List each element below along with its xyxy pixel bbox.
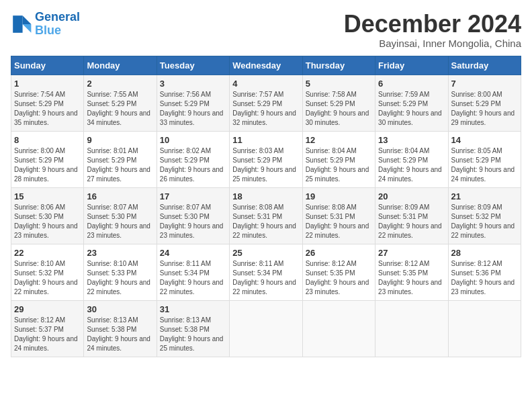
calendar-cell: 18Sunrise: 8:08 AMSunset: 5:31 PMDayligh… [230,187,302,244]
calendar-cell [302,300,375,357]
calendar-cell: 9Sunrise: 8:01 AMSunset: 5:29 PMDaylight… [84,131,157,187]
calendar-cell: 11Sunrise: 8:03 AMSunset: 5:29 PMDayligh… [230,131,302,187]
calendar-cell: 2Sunrise: 7:55 AMSunset: 5:29 PMDaylight… [84,75,157,131]
col-wednesday: Wednesday [230,56,302,75]
calendar-cell: 13Sunrise: 8:04 AMSunset: 5:29 PMDayligh… [375,131,448,187]
col-monday: Monday [84,56,157,75]
calendar-cell [230,300,302,357]
calendar-cell: 10Sunrise: 8:02 AMSunset: 5:29 PMDayligh… [157,131,229,187]
calendar-cell: 20Sunrise: 8:09 AMSunset: 5:31 PMDayligh… [375,187,448,244]
page-header: General Blue December 2024 Bayinsai, Inn… [11,11,521,49]
calendar-cell: 12Sunrise: 8:04 AMSunset: 5:29 PMDayligh… [302,131,375,187]
calendar-cell: 19Sunrise: 8:08 AMSunset: 5:31 PMDayligh… [302,187,375,244]
calendar-cell: 17Sunrise: 8:07 AMSunset: 5:30 PMDayligh… [157,187,229,244]
calendar-row: 22Sunrise: 8:10 AMSunset: 5:32 PMDayligh… [11,244,521,300]
calendar-cell: 30Sunrise: 8:13 AMSunset: 5:38 PMDayligh… [84,300,157,357]
calendar-cell: 15Sunrise: 8:06 AMSunset: 5:30 PMDayligh… [11,187,84,244]
calendar-cell: 26Sunrise: 8:12 AMSunset: 5:35 PMDayligh… [302,244,375,300]
calendar-cell: 27Sunrise: 8:12 AMSunset: 5:35 PMDayligh… [375,244,448,300]
calendar-cell: 8Sunrise: 8:00 AMSunset: 5:29 PMDaylight… [11,131,84,187]
col-sunday: Sunday [11,56,84,75]
title-block: December 2024 Bayinsai, Inner Mongolia, … [344,11,521,49]
calendar-row: 29Sunrise: 8:12 AMSunset: 5:37 PMDayligh… [11,300,521,357]
calendar-cell [448,300,521,357]
col-tuesday: Tuesday [157,56,229,75]
month-title: December 2024 [344,11,521,38]
calendar-cell: 25Sunrise: 8:11 AMSunset: 5:34 PMDayligh… [230,244,302,300]
calendar-cell: 22Sunrise: 8:10 AMSunset: 5:32 PMDayligh… [11,244,84,300]
calendar-cell: 23Sunrise: 8:10 AMSunset: 5:33 PMDayligh… [84,244,157,300]
calendar-cell: 5Sunrise: 7:58 AMSunset: 5:29 PMDaylight… [302,75,375,131]
svg-rect-2 [13,15,22,33]
calendar-cell: 24Sunrise: 8:11 AMSunset: 5:34 PMDayligh… [157,244,229,300]
col-saturday: Saturday [448,56,521,75]
calendar-header-row: Sunday Monday Tuesday Wednesday Thursday… [11,56,521,75]
calendar-row: 8Sunrise: 8:00 AMSunset: 5:29 PMDaylight… [11,131,521,187]
svg-marker-1 [23,24,32,33]
svg-marker-0 [23,15,32,24]
calendar-cell: 28Sunrise: 8:12 AMSunset: 5:36 PMDayligh… [448,244,521,300]
calendar-row: 15Sunrise: 8:06 AMSunset: 5:30 PMDayligh… [11,187,521,244]
logo-icon [11,13,32,35]
calendar-row: 1Sunrise: 7:54 AMSunset: 5:29 PMDaylight… [11,75,521,131]
calendar-cell: 6Sunrise: 7:59 AMSunset: 5:29 PMDaylight… [375,75,448,131]
calendar-cell: 7Sunrise: 8:00 AMSunset: 5:29 PMDaylight… [448,75,521,131]
calendar-cell: 3Sunrise: 7:56 AMSunset: 5:29 PMDaylight… [157,75,229,131]
calendar-cell: 16Sunrise: 8:07 AMSunset: 5:30 PMDayligh… [84,187,157,244]
calendar-cell: 14Sunrise: 8:05 AMSunset: 5:29 PMDayligh… [448,131,521,187]
col-friday: Friday [375,56,448,75]
calendar-cell: 1Sunrise: 7:54 AMSunset: 5:29 PMDaylight… [11,75,84,131]
calendar-cell: 21Sunrise: 8:09 AMSunset: 5:32 PMDayligh… [448,187,521,244]
calendar-cell: 4Sunrise: 7:57 AMSunset: 5:29 PMDaylight… [230,75,302,131]
calendar-cell: 29Sunrise: 8:12 AMSunset: 5:37 PMDayligh… [11,300,84,357]
calendar-cell: 31Sunrise: 8:13 AMSunset: 5:38 PMDayligh… [157,300,229,357]
location-title: Bayinsai, Inner Mongolia, China [344,38,521,49]
col-thursday: Thursday [302,56,375,75]
calendar-cell [375,300,448,357]
logo: General Blue [11,11,80,38]
logo-text: General Blue [35,11,80,38]
calendar-table: Sunday Monday Tuesday Wednesday Thursday… [11,56,521,357]
